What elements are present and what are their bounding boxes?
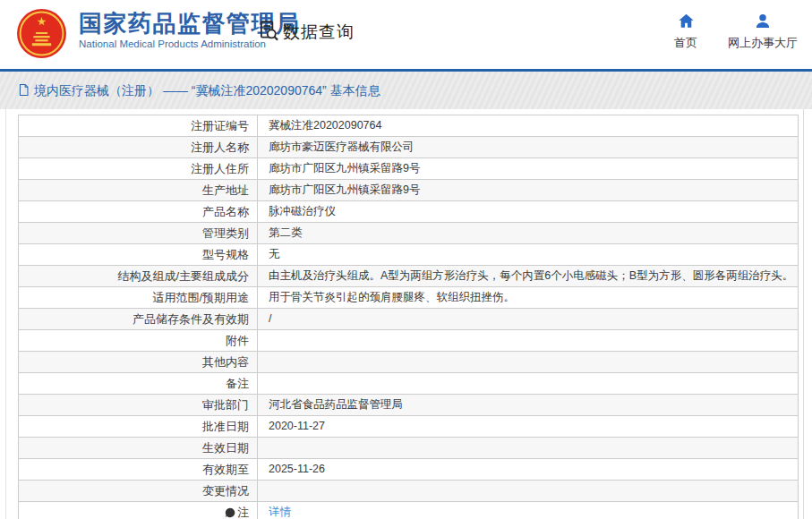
row-label: 注册证编号 bbox=[19, 115, 258, 136]
table-row: 备注 bbox=[19, 373, 798, 395]
row-value: 用于骨关节炎引起的颈肩腰腿疼、软组织扭挫伤。 bbox=[258, 287, 798, 308]
row-label: 注册人名称 bbox=[19, 137, 258, 157]
row-label: 备注 bbox=[19, 373, 258, 394]
table-row: 结构及组成/主要组成成分由主机及治疗头组成。A型为两组方形治疗头，每个内置6个小… bbox=[19, 266, 798, 287]
header-nav: 首页 网上办事大厅 bbox=[674, 13, 798, 51]
row-label: 生效日期 bbox=[19, 438, 258, 458]
breadcrumb-text: 境内医疗器械（注册） —— “冀械注准20202090764” 基本信息 bbox=[34, 83, 380, 99]
nav-label: 首页 bbox=[674, 35, 697, 51]
document-icon bbox=[18, 83, 30, 99]
table-row: 审批部门河北省食品药品监督管理局 bbox=[19, 395, 798, 416]
document-search-icon bbox=[257, 19, 280, 46]
table-row: 变更情况 bbox=[19, 481, 798, 502]
row-value: 由主机及治疗头组成。A型为两组方形治疗头，每个内置6个小电感磁头；B型为方形、圆… bbox=[258, 266, 798, 286]
home-icon bbox=[678, 13, 695, 31]
table-row: 其他内容 bbox=[19, 352, 798, 373]
nav-item-service-hall[interactable]: 网上办事大厅 bbox=[728, 13, 798, 51]
table-row: 管理类别第二类 bbox=[19, 223, 798, 244]
row-label: 附件 bbox=[19, 330, 258, 351]
table-row: 生产地址廊坊市广阳区九州镇采留路9号 bbox=[19, 180, 798, 201]
row-label: 生产地址 bbox=[19, 180, 258, 200]
user-icon bbox=[755, 13, 771, 31]
data-query-section[interactable]: 数据查询 bbox=[257, 19, 355, 46]
row-value: 廊坊市豪迈医疗器械有限公司 bbox=[258, 137, 798, 157]
nav-item-home[interactable]: 首页 bbox=[674, 13, 697, 51]
table-row: 适用范围/预期用途用于骨关节炎引起的颈肩腰腿疼、软组织扭挫伤。 bbox=[19, 287, 798, 309]
row-value bbox=[258, 438, 798, 458]
note-icon bbox=[225, 504, 235, 515]
breadcrumb[interactable]: 境内医疗器械（注册） —— “冀械注准20202090764” 基本信息 bbox=[18, 83, 380, 99]
row-value: 廊坊市广阳区九州镇采留路9号 bbox=[258, 180, 798, 200]
row-label: 注 bbox=[19, 502, 258, 519]
row-label: 批准日期 bbox=[19, 416, 258, 437]
row-value bbox=[258, 352, 798, 372]
table-row: 注册证编号冀械注准20202090764 bbox=[19, 115, 798, 137]
row-label: 有效期至 bbox=[19, 459, 258, 480]
table-row: 型号规格无 bbox=[19, 244, 798, 266]
nav-label: 网上办事大厅 bbox=[728, 35, 798, 51]
row-value: 无 bbox=[258, 244, 798, 265]
row-value: 2020-11-27 bbox=[258, 416, 798, 437]
row-label: 产品名称 bbox=[19, 201, 258, 222]
row-label: 适用范围/预期用途 bbox=[19, 287, 258, 308]
table-row: 产品储存条件及有效期/ bbox=[19, 309, 798, 330]
row-value: 廊坊市广阳区九州镇采留路9号 bbox=[258, 158, 798, 179]
table-row: 附件 bbox=[19, 330, 798, 352]
row-value bbox=[258, 481, 798, 501]
row-label: 审批部门 bbox=[19, 395, 258, 415]
table-row: 产品名称脉冲磁治疗仪 bbox=[19, 201, 798, 223]
row-label: 型号规格 bbox=[19, 244, 258, 265]
table-row: 批准日期2020-11-27 bbox=[19, 416, 798, 438]
national-emblem-logo bbox=[16, 8, 67, 59]
data-query-label: 数据查询 bbox=[283, 21, 355, 44]
row-value bbox=[258, 330, 798, 351]
site-header: 国家药品监督管理局 National Medical Products Admi… bbox=[0, 0, 812, 69]
row-value: 详情 bbox=[258, 502, 798, 519]
content-left-edge bbox=[5, 109, 6, 519]
table-row: 注详情 bbox=[19, 502, 798, 519]
row-label: 变更情况 bbox=[19, 481, 258, 501]
table-row: 生效日期 bbox=[19, 438, 798, 459]
row-value bbox=[258, 373, 798, 394]
row-value: 河北省食品药品监督管理局 bbox=[258, 395, 798, 415]
content-right-edge bbox=[803, 109, 804, 519]
info-table: 注册证编号冀械注准20202090764注册人名称廊坊市豪迈医疗器械有限公司注册… bbox=[18, 115, 799, 519]
row-label: 结构及组成/主要组成成分 bbox=[19, 266, 258, 286]
row-value: 冀械注准20202090764 bbox=[258, 115, 798, 136]
row-value: 2025-11-26 bbox=[258, 459, 798, 480]
detail-link[interactable]: 详情 bbox=[269, 506, 291, 518]
row-label: 注册人住所 bbox=[19, 158, 258, 179]
row-value: 脉冲磁治疗仪 bbox=[258, 201, 798, 222]
row-value: 第二类 bbox=[258, 223, 798, 243]
row-label: 产品储存条件及有效期 bbox=[19, 309, 258, 329]
row-value: / bbox=[258, 309, 798, 329]
row-label: 其他内容 bbox=[19, 352, 258, 372]
row-label: 管理类别 bbox=[19, 223, 258, 243]
table-row: 有效期至2025-11-26 bbox=[19, 459, 798, 481]
table-row: 注册人名称廊坊市豪迈医疗器械有限公司 bbox=[19, 137, 798, 158]
table-row: 注册人住所廊坊市广阳区九州镇采留路9号 bbox=[19, 158, 798, 180]
